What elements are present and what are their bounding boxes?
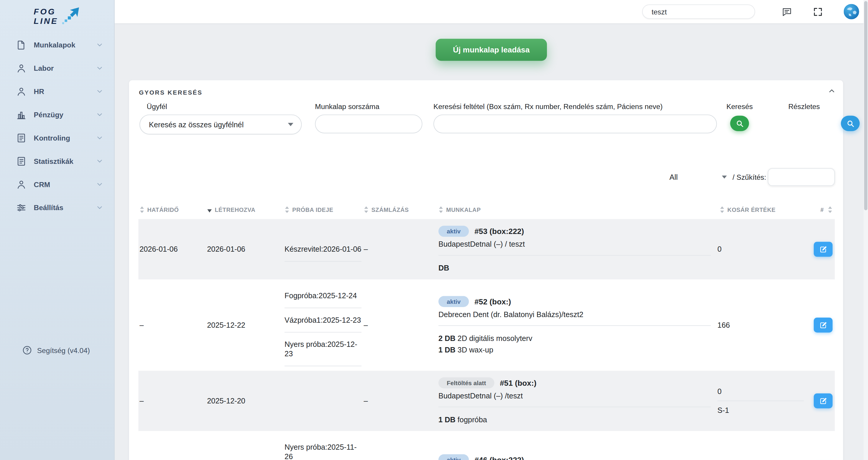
column-header-label: KOSÁR ÉRTÉKE	[727, 206, 775, 213]
column-header-szamlazas[interactable]: SZÁMLÁZÁS	[363, 206, 437, 213]
column-header-hatarido[interactable]: HATÁRIDŐ	[138, 206, 206, 213]
sliders-icon	[16, 202, 27, 213]
cart-value-cell: 166	[714, 280, 809, 371]
trial-date: Nyers próba:2025-12-23	[284, 332, 362, 366]
global-search-input[interactable]	[642, 4, 755, 19]
collapse-quick-search-button[interactable]	[828, 88, 835, 96]
cart-value-cell: 0S-1	[714, 371, 809, 431]
status-filter-value: All	[670, 173, 678, 181]
column-header-label: MUNKALAP	[446, 206, 480, 213]
cart-divider	[717, 400, 804, 401]
sidebar-item-kontroling[interactable]: Kontroling	[0, 126, 114, 150]
detailed-search-button[interactable]	[841, 116, 860, 131]
sidebar-item-penzugy[interactable]: Pénzügy	[0, 103, 114, 126]
cart-value-cell: 1000	[714, 431, 809, 460]
client-select-value: Keresés az összes ügyfélnél	[149, 120, 244, 129]
table-row: 2026-01-062026-01-06Készrevitel:2026-01-…	[138, 219, 835, 280]
sidebar-item-hr[interactable]: HR	[0, 79, 114, 103]
logo-line1: FOG	[34, 7, 58, 16]
client-name: BudapestDetnal (–) /teszt	[438, 391, 711, 407]
table-header: HATÁRIDŐLÉTREHOZVAPRÓBA IDEJESZÁMLÁZÁSMU…	[138, 204, 835, 216]
trial-dates-cell: Készrevitel:2026-01-06	[283, 219, 362, 280]
worksheet-number-input[interactable]	[315, 114, 422, 133]
new-worksheet-button[interactable]: Új munkalap leadása	[436, 39, 547, 61]
client-label: Ügyfél	[147, 102, 302, 111]
column-header-proba-ideje[interactable]: PRÓBA IDEJE	[283, 206, 362, 213]
help-link[interactable]: Segítség (v4.04)	[22, 346, 90, 355]
trial-date: Készrevitel:2026-01-06	[284, 237, 362, 262]
sidebar-item-label: HR	[34, 87, 96, 96]
created-cell: 2025-11-26	[206, 431, 283, 460]
sidebar-item-label: Kontroling	[34, 133, 96, 142]
edit-button[interactable]	[814, 318, 833, 333]
client-select[interactable]: Keresés az összes ügyfélnél	[140, 114, 302, 135]
column-header-letrehozva[interactable]: LÉTREHOZVA	[206, 206, 283, 213]
table-row: –2025-11-26Nyers próba:2025-11-26Nyers p…	[138, 431, 835, 460]
list-document-icon	[16, 133, 27, 143]
sidebar-item-statisztikak[interactable]: Statisztikák	[0, 150, 114, 173]
worksheet-items: DB	[438, 263, 711, 273]
app-window: FOG LINE MunkalapokLaborHRPénzügyKontrol…	[0, 0, 868, 460]
trial-date: Nyers próba:2025-11-26	[284, 435, 362, 460]
document-icon	[16, 39, 27, 50]
sidebar-item-label: Beállítás	[34, 203, 96, 211]
status-filter-select[interactable]: All	[669, 173, 730, 181]
scrollbar-thumb[interactable]	[864, 1, 867, 210]
edit-cell	[809, 219, 835, 280]
search-button[interactable]	[730, 116, 749, 131]
created-cell: 2025-12-20	[206, 371, 283, 431]
app-logo[interactable]: FOG LINE	[0, 0, 114, 33]
sidebar-item-labor[interactable]: Labor	[0, 57, 114, 80]
sidebar-item-beallitas[interactable]: Beállítás	[0, 196, 114, 219]
worksheet-items: 1 DB fogpróba	[438, 415, 711, 424]
column-header-label: SZÁMLÁZÁS	[371, 206, 409, 213]
table-row: –2025-12-22Fogpróba:2025-12-24Vázpróba1:…	[138, 280, 835, 371]
status-badge: aktiv	[438, 226, 469, 237]
sidebar-item-label: Pénzügy	[34, 110, 96, 119]
sidebar-item-crm[interactable]: CRM	[0, 173, 114, 196]
worksheet-item: 2 DB 2D digitális mosolyterv	[438, 333, 711, 343]
chevron-down-icon	[96, 181, 103, 188]
worksheet-head: Feltöltés alatt#51 (box:)	[438, 377, 711, 388]
search-icon	[735, 119, 744, 128]
list-controls: All / Szűkítés:	[669, 168, 835, 186]
worksheet-items: 2 DB 2D digitális mosolyterv1 DB 3D wax-…	[438, 333, 711, 354]
sort-both-icon	[720, 206, 725, 213]
main-area: Új munkalap leadása GYORS KERESÉS Ügyfél…	[115, 0, 868, 460]
cart-value: 0	[717, 387, 804, 395]
sort-both-icon	[140, 206, 145, 213]
edit-button[interactable]	[814, 242, 833, 257]
deadline-cell: –	[138, 371, 206, 431]
worksheet-cell: aktiv#46 (box:222)BudapestDetnal (–) /te…	[437, 431, 714, 460]
fullscreen-icon	[813, 6, 823, 17]
trial-dates-cell: Nyers próba:2025-11-26Nyers próba:2025-1…	[283, 431, 362, 460]
chat-button[interactable]	[782, 6, 792, 17]
logo-text: FOG LINE	[34, 7, 58, 26]
column-header-munkalap[interactable]: MUNKALAP	[437, 206, 714, 213]
caret-down-icon	[722, 175, 727, 178]
criteria-input[interactable]	[433, 114, 717, 133]
edit-cell	[809, 431, 835, 460]
sidebar-item-label: Statisztikák	[34, 157, 96, 165]
sidebar-item-label: Labor	[34, 64, 96, 72]
sidebar-nav: MunkalapokLaborHRPénzügyKontrolingStatis…	[0, 33, 114, 219]
user-avatar[interactable]	[843, 4, 859, 20]
person-icon	[16, 179, 27, 190]
worksheet-item: 1 DB 3D wax-up	[438, 345, 711, 355]
quick-search-card: GYORS KERESÉS Ügyfél Keresés az összes ü…	[129, 80, 843, 460]
sidebar-item-munkalapok[interactable]: Munkalapok	[0, 33, 114, 57]
cart-value: 166	[717, 321, 804, 329]
trial-dates-cell	[283, 371, 362, 431]
cart-extra-value: S-1	[717, 406, 804, 414]
billing-cell: –	[363, 280, 437, 371]
narrow-filter-input[interactable]	[768, 168, 835, 186]
column-header-hash[interactable]: #	[809, 206, 835, 213]
edit-button[interactable]	[814, 393, 833, 408]
column-header-kosar-erteke[interactable]: KOSÁR ÉRTÉKE	[714, 206, 809, 213]
narrow-label: / Szűkítés:	[733, 173, 766, 181]
column-header-label: LÉTREHOZVA	[215, 206, 255, 213]
fullscreen-button[interactable]	[813, 6, 823, 17]
page-scrollbar	[864, 0, 868, 460]
sort-both-icon	[438, 206, 443, 213]
sidebar-item-label: Munkalapok	[34, 41, 96, 49]
